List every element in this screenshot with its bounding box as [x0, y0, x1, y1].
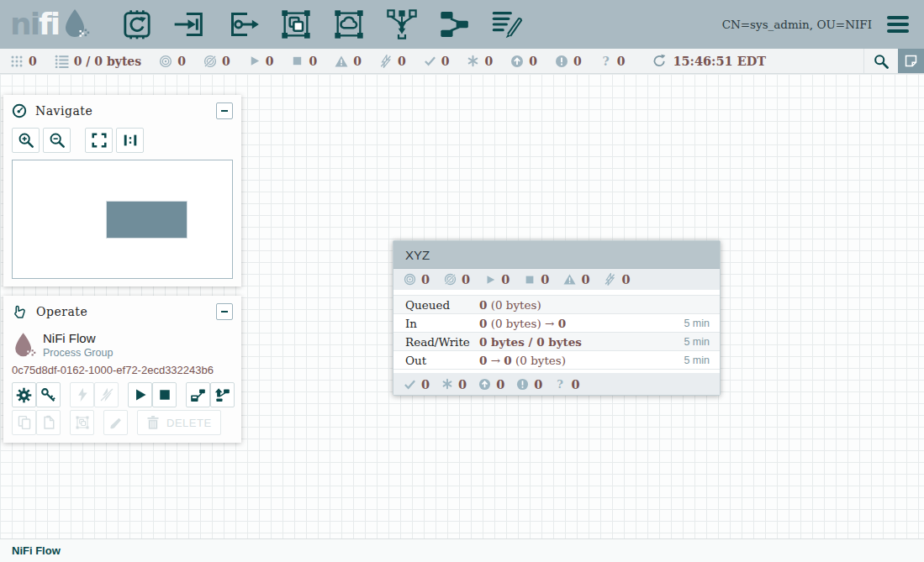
navigate-collapse-button[interactable] — [216, 102, 233, 119]
stat-label: Out — [405, 354, 479, 367]
bulletin-board-button[interactable] — [898, 49, 924, 73]
save-template-icon — [190, 387, 206, 403]
flow-canvas[interactable]: Navigate Operate NiFi — [0, 74, 924, 538]
running-count: 0 — [266, 55, 274, 68]
pg-locally-modified-count: 0 — [458, 377, 467, 391]
output-port-icon[interactable] — [226, 8, 260, 41]
one-to-one-icon — [122, 132, 139, 149]
zoom-in-icon — [18, 132, 34, 149]
stopped-icon — [524, 274, 536, 286]
refresh-icon — [652, 54, 667, 68]
stale-icon — [478, 378, 491, 391]
zoom-out-icon — [49, 132, 66, 149]
zoom-out-button[interactable] — [43, 128, 71, 153]
delete-label: DELETE — [166, 417, 212, 429]
queued-count: 0 / 0 bytes — [74, 55, 141, 68]
upload-template-button[interactable] — [210, 382, 235, 407]
copy-icon — [17, 415, 32, 430]
selected-component-type: Process Group — [43, 347, 113, 359]
running-icon — [484, 274, 496, 286]
locally-modified-icon — [467, 55, 479, 67]
access-policies-button[interactable] — [36, 382, 61, 407]
flow-status-bar: 0 0 / 0 bytes 0 0 0 0 0 0 0 0 0 0 0 15:4… — [0, 49, 924, 74]
invalid-count: 0 — [353, 55, 362, 68]
group-selection-icon — [75, 415, 90, 430]
zoom-fit-button[interactable] — [85, 128, 113, 153]
process-group-icon[interactable] — [279, 8, 313, 41]
minimap-component-rect[interactable] — [106, 201, 187, 239]
pg-sync-failure-count: 0 — [571, 377, 579, 391]
sync-failure-count: 0 — [617, 55, 626, 68]
stop-button[interactable] — [152, 382, 177, 407]
locally-modified-count: 0 — [484, 55, 493, 68]
active-threads-count: 0 — [29, 55, 37, 68]
upload-template-icon — [214, 387, 230, 403]
start-button[interactable] — [128, 382, 152, 407]
configuration-button[interactable] — [12, 382, 36, 407]
hand-icon — [12, 304, 28, 320]
breadcrumb-root[interactable]: NiFi Flow — [12, 544, 61, 557]
queued-list-icon — [55, 54, 69, 68]
search-button[interactable] — [863, 49, 898, 73]
transmitting-icon — [159, 55, 172, 68]
operate-collapse-button[interactable] — [216, 303, 233, 320]
sync-failure-icon — [599, 55, 612, 68]
last-refreshed-time: 15:46:51 EDT — [673, 54, 766, 68]
enable-button — [70, 382, 94, 407]
transmitting-count: 0 — [177, 55, 186, 68]
save-template-button[interactable] — [186, 382, 210, 407]
zoom-actual-size-button[interactable] — [116, 128, 144, 153]
stop-icon — [157, 387, 172, 402]
lightning-slash-icon — [99, 387, 114, 402]
operate-panel: Operate NiFi Flow Process Group 0c75d8df… — [3, 296, 241, 443]
stat-row-readwrite: Read/Write 0 bytes / 0 bytes 5 min — [393, 332, 720, 350]
pg-stale-count: 0 — [496, 377, 504, 391]
processor-icon[interactable] — [120, 8, 154, 41]
stat-window: 5 min — [671, 318, 710, 329]
global-menu-icon[interactable] — [887, 13, 909, 36]
pg-stopped-count: 0 — [541, 272, 549, 286]
running-icon — [248, 55, 261, 67]
delete-button: DELETE — [137, 410, 221, 435]
up-to-date-count: 0 — [441, 55, 450, 68]
stat-label: Queued — [405, 298, 479, 312]
group-button — [70, 410, 94, 435]
invalid-icon — [335, 55, 348, 68]
navigate-panel: Navigate — [3, 95, 241, 286]
stat-window: 5 min — [671, 355, 710, 366]
zoom-in-button[interactable] — [12, 128, 40, 153]
sync-failure-icon — [554, 378, 566, 391]
not-transmitting-count: 0 — [222, 55, 230, 68]
paste-icon — [41, 415, 56, 430]
stat-row-queued: Queued 0 (0 bytes) — [393, 295, 720, 313]
up-to-date-icon — [404, 378, 416, 391]
nifi-drop-icon — [61, 8, 90, 40]
birdseye-minimap[interactable] — [12, 160, 233, 279]
pg-disabled-count: 0 — [621, 272, 630, 286]
template-icon[interactable] — [438, 8, 472, 41]
nifi-logo: nifi — [10, 8, 90, 40]
invalid-icon — [563, 273, 576, 286]
nifi-app: nifi CN=sys_admin, OU=NIFI 0 0 / 0 bytes… — [0, 0, 924, 562]
process-group-version-band: 0 0 0 0 0 — [393, 373, 720, 395]
key-icon — [40, 387, 56, 403]
brush-icon — [108, 415, 124, 430]
locally-modified-icon — [441, 378, 453, 390]
remote-process-group-icon[interactable] — [332, 8, 366, 41]
process-group-component[interactable]: XYZ 0 0 0 0 0 0 Queued 0 (0 bytes) In 0 … — [393, 240, 721, 396]
operate-title: Operate — [36, 305, 87, 318]
trash-icon — [145, 415, 161, 430]
active-threads-icon — [10, 55, 24, 68]
component-toolbar — [120, 8, 525, 41]
input-port-icon[interactable] — [173, 8, 207, 41]
compass-icon — [12, 103, 27, 118]
stat-row-out: Out 0 → 0 (0 bytes) 5 min — [393, 350, 720, 369]
stat-window: 5 min — [671, 336, 710, 348]
label-icon[interactable] — [491, 8, 525, 41]
process-group-drop-icon — [12, 332, 36, 360]
process-group-status-band: 0 0 0 0 0 0 — [393, 269, 720, 290]
funnel-icon[interactable] — [385, 8, 419, 41]
up-to-date-icon — [424, 55, 436, 67]
disable-button — [94, 382, 119, 407]
locally-modified-stale-icon — [555, 55, 568, 68]
